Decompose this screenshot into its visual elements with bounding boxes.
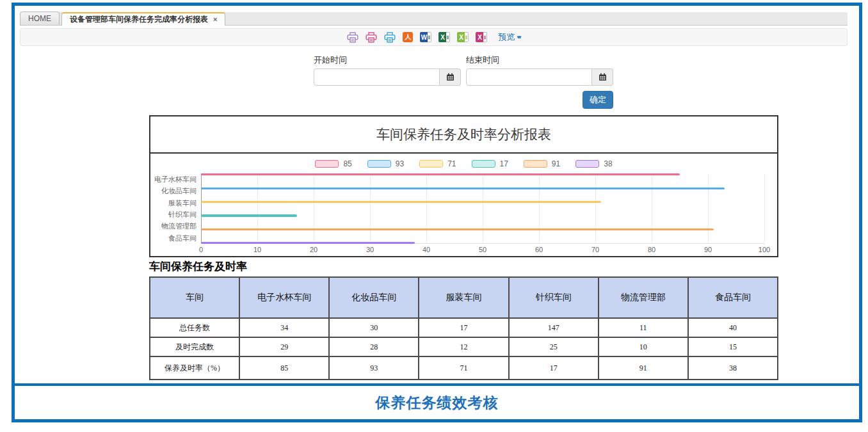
toolbar-icons: 人WXXX (347, 32, 487, 43)
chart-y-axis-labels: 电子水杯车间化妆品车间服装车间针织车间物流管理部食品车间 (150, 173, 201, 255)
excel-export-icon[interactable]: X (438, 32, 450, 43)
legend-swatch (419, 160, 443, 168)
excel-export-pink-icon[interactable]: X (476, 32, 487, 43)
table-cell: 91 (599, 356, 688, 380)
table-cell: 40 (688, 318, 778, 337)
pdf-export-icon[interactable]: 人 (403, 32, 413, 43)
tab-report-label: 设备管理部车间保养任务完成率分析报表 (70, 14, 208, 25)
print-pdf-blue-icon[interactable] (384, 32, 396, 43)
table-cell: 29 (239, 337, 329, 356)
table-header-cell: 食品车间 (688, 277, 778, 318)
y-axis-label: 食品车间 (150, 232, 201, 244)
end-time-label: 结束时间 (466, 54, 613, 66)
table-cell: 38 (688, 356, 778, 380)
table-header-cell: 电子水杯车间 (239, 277, 329, 318)
table-cell: 25 (509, 337, 599, 356)
word-export-icon[interactable]: W (420, 32, 431, 43)
legend-swatch (524, 160, 547, 168)
y-axis-label: 针织车间 (150, 209, 201, 220)
chart-x-axis-labels: 0102030405060708090100 (201, 244, 764, 255)
legend-swatch (315, 160, 339, 168)
table-cell: 12 (419, 337, 508, 356)
x-axis-tick-label: 20 (310, 246, 317, 253)
excel-export-light-icon[interactable]: X (457, 32, 469, 43)
x-axis-tick-label: 90 (704, 246, 712, 253)
word-export-icon-glyph: W (420, 32, 431, 42)
gridline (257, 173, 258, 243)
chart: 859371179138 电子水杯车间化妆品车间服装车间针织车间物流管理部食品车… (150, 154, 777, 256)
gridline (539, 173, 540, 243)
x-axis-tick-label: 0 (199, 246, 203, 253)
legend-item[interactable]: 85 (315, 159, 351, 168)
report-table: 车间电子水杯车间化妆品车间服装车间针织车间物流管理部食品车间 总任务数34301… (149, 276, 778, 380)
gridline (370, 173, 371, 243)
tab-home-label: HOME (28, 14, 51, 23)
table-cell: 71 (419, 356, 508, 380)
x-axis-tick-label: 50 (479, 246, 486, 253)
legend-value-label: 91 (552, 159, 560, 168)
chart-bar (201, 201, 601, 203)
table-header-cell: 物流管理部 (599, 277, 688, 318)
table-row: 保养及时率（%）859371179138 (150, 356, 778, 380)
report-footer: 保养任务绩效考核 (15, 383, 859, 419)
table-header-cell: 服装车间 (419, 277, 508, 318)
report-toolbar: 人WXXX 预览 ▾▾ (20, 28, 848, 46)
legend-item[interactable]: 38 (575, 159, 612, 168)
end-time-input[interactable] (466, 68, 592, 86)
chart-bar (201, 228, 714, 230)
table-section-title: 车间保养任务及时率 (149, 259, 848, 274)
tab-home[interactable]: HOME (20, 12, 60, 25)
row-label-cell: 及时完成数 (150, 337, 239, 356)
row-label-cell: 总任务数 (150, 318, 239, 337)
end-time-calendar-button[interactable] (592, 68, 613, 86)
gridline (426, 173, 427, 243)
preview-dropdown[interactable]: 预览 ▾▾ (498, 31, 520, 43)
y-axis-label: 服装车间 (150, 197, 201, 209)
table-cell: 85 (239, 356, 329, 380)
start-time-label: 开始时间 (314, 54, 461, 66)
preview-label: 预览 (498, 31, 515, 43)
table-cell: 34 (239, 318, 329, 337)
y-axis-label: 化妆品车间 (150, 185, 201, 196)
print-pdf-pink-icon[interactable] (366, 32, 377, 43)
legend-swatch (472, 160, 495, 168)
table-cell: 93 (329, 356, 419, 380)
legend-value-label: 71 (447, 159, 456, 168)
table-row: 总任务数3430171471140 (150, 318, 778, 337)
start-time-input[interactable] (314, 68, 440, 86)
excel-export-pink-icon-glyph: X (476, 32, 487, 42)
tab-bar: HOME 设备管理部车间保养任务完成率分析报表 × (20, 12, 848, 26)
chart-bar (201, 214, 297, 216)
x-axis-tick-label: 40 (422, 246, 430, 253)
table-cell: 147 (509, 318, 599, 337)
start-time-calendar-button[interactable] (440, 68, 461, 86)
legend-item[interactable]: 71 (419, 159, 456, 168)
x-axis-tick-label: 10 (253, 246, 261, 253)
x-axis-tick-label: 70 (591, 246, 599, 253)
legend-swatch (367, 160, 391, 168)
table-row: 及时完成数292812251015 (150, 337, 778, 356)
table-cell: 11 (599, 318, 688, 337)
chart-bar (201, 173, 680, 175)
confirm-button[interactable]: 确定 (583, 91, 613, 109)
legend-value-label: 93 (396, 159, 404, 168)
legend-item[interactable]: 17 (472, 159, 508, 168)
gridline (314, 173, 314, 243)
print-icon[interactable] (347, 32, 358, 43)
tab-report-active[interactable]: 设备管理部车间保养任务完成率分析报表 × (61, 12, 225, 26)
table-body: 总任务数3430171471140及时完成数292812251015保养及时率（… (150, 318, 778, 380)
chart-legend: 859371179138 (150, 157, 777, 170)
table-header-cell: 车间 (150, 277, 239, 318)
table-cell: 15 (688, 337, 778, 356)
row-label-cell: 保养及时率（%） (150, 356, 239, 380)
table-cell: 17 (509, 356, 599, 380)
table-cell: 28 (329, 337, 419, 356)
table-header-cell: 针织车间 (509, 277, 599, 318)
legend-item[interactable]: 93 (367, 159, 404, 168)
x-axis-tick-label: 30 (366, 246, 374, 253)
gridline (652, 173, 652, 243)
legend-item[interactable]: 91 (524, 159, 560, 168)
calendar-icon (446, 73, 454, 81)
gridline (201, 173, 202, 243)
tab-close-icon[interactable]: × (213, 15, 217, 23)
